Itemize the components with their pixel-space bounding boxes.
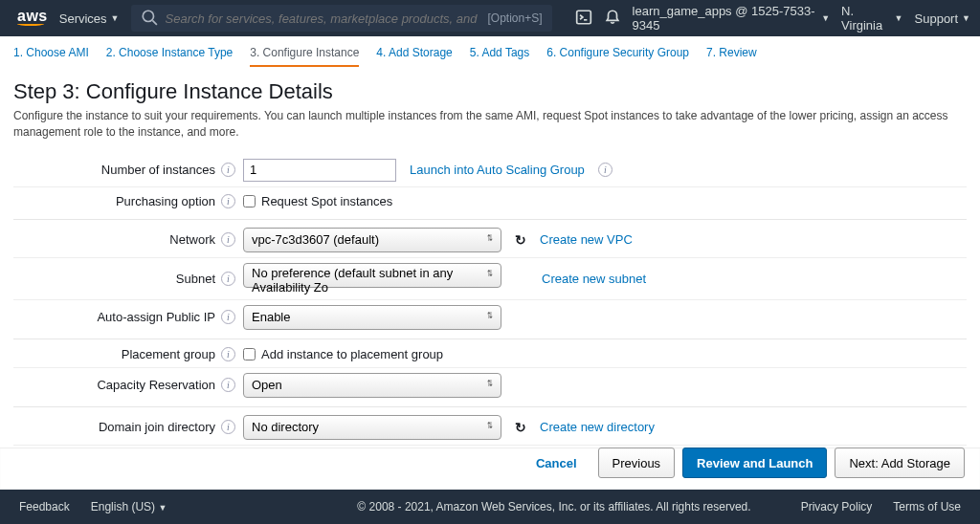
chevron-down-icon: ▼ — [158, 503, 167, 513]
chevron-down-icon: ▼ — [821, 13, 830, 23]
global-search[interactable]: [Option+S] — [131, 5, 552, 32]
autoip-label: Auto-assign Public IP — [97, 310, 215, 324]
aws-smile-icon — [17, 22, 44, 26]
previous-button[interactable]: Previous — [598, 448, 676, 478]
region-label: N. Virginia — [841, 4, 891, 33]
subnet-value: No preference (default subnet in any Ava… — [252, 266, 453, 295]
capres-select[interactable]: Open — [243, 373, 501, 398]
cloudshell-icon[interactable] — [575, 9, 592, 29]
search-icon — [141, 9, 158, 29]
info-icon[interactable]: i — [221, 272, 235, 286]
request-spot-label: Request Spot instances — [261, 194, 392, 208]
chevron-down-icon: ▼ — [962, 13, 970, 23]
info-icon[interactable]: i — [221, 378, 235, 392]
wizard-steps: 1. Choose AMI 2. Choose Instance Type 3.… — [0, 36, 980, 68]
info-icon[interactable]: i — [221, 310, 235, 324]
chevron-down-icon: ▼ — [895, 13, 903, 23]
launch-asg-link[interactable]: Launch into Auto Scaling Group — [410, 163, 585, 177]
global-footer: Feedback English (US) ▼ © 2008 - 2021, A… — [0, 490, 980, 524]
domain-value: No directory — [252, 420, 319, 434]
info-icon[interactable]: i — [221, 194, 235, 208]
support-menu[interactable]: Support ▼ — [915, 11, 970, 26]
region-menu[interactable]: N. Virginia ▼ — [841, 4, 902, 33]
page-description: Configure the instance to suit your requ… — [13, 108, 967, 141]
wizard-actions: Cancel Previous Review and Launch Next: … — [523, 448, 965, 478]
wizard-step-3[interactable]: 3. Configure Instance — [250, 46, 359, 67]
page-title: Step 3: Configure Instance Details — [13, 79, 967, 104]
copyright: © 2008 - 2021, Amazon Web Services, Inc.… — [357, 500, 750, 513]
create-subnet-link[interactable]: Create new subnet — [542, 272, 646, 286]
network-value: vpc-7c3d3607 (default) — [252, 232, 379, 247]
language-label: English (US) — [91, 500, 155, 513]
capres-label: Capacity Reservation — [97, 378, 215, 392]
wizard-step-7[interactable]: 7. Review — [706, 46, 757, 67]
create-vpc-link[interactable]: Create new VPC — [540, 232, 633, 247]
info-icon[interactable]: i — [221, 347, 235, 361]
services-menu[interactable]: Services ▼ — [59, 11, 120, 26]
info-icon[interactable]: i — [221, 232, 235, 247]
notifications-icon[interactable] — [604, 9, 621, 29]
review-launch-button[interactable]: Review and Launch — [682, 448, 827, 478]
wizard-step-1[interactable]: 1. Choose AMI — [13, 46, 89, 67]
domain-label: Domain join directory — [99, 420, 215, 434]
services-label: Services — [59, 11, 107, 26]
account-label: learn_game_apps @ 1525-7533-9345 — [633, 4, 818, 33]
network-select[interactable]: vpc-7c3d3607 (default) — [243, 228, 501, 252]
language-menu[interactable]: English (US) ▼ — [91, 500, 167, 513]
num-instances-input[interactable] — [243, 159, 396, 182]
svg-point-0 — [143, 11, 153, 21]
wizard-step-4[interactable]: 4. Add Storage — [376, 46, 452, 67]
info-icon[interactable]: i — [598, 163, 612, 177]
network-label: Network — [169, 232, 215, 247]
search-shortcut: [Option+S] — [487, 11, 542, 25]
request-spot-checkbox[interactable] — [243, 195, 256, 207]
next-button[interactable]: Next: Add Storage — [835, 448, 965, 478]
global-nav: aws Services ▼ [Option+S] learn_game_app… — [0, 0, 980, 36]
domain-select[interactable]: No directory — [243, 415, 501, 440]
refresh-icon[interactable]: ↻ — [515, 420, 526, 435]
svg-line-1 — [152, 20, 157, 25]
purchasing-label: Purchasing option — [116, 194, 215, 208]
privacy-link[interactable]: Privacy Policy — [801, 500, 873, 513]
page-body: Step 3: Configure Instance Details Confi… — [0, 68, 980, 513]
placement-checkbox[interactable] — [243, 348, 256, 360]
info-icon[interactable]: i — [221, 420, 235, 434]
info-icon[interactable]: i — [221, 163, 235, 177]
wizard-step-2[interactable]: 2. Choose Instance Type — [106, 46, 234, 67]
subnet-select[interactable]: No preference (default subnet in any Ava… — [243, 263, 501, 288]
chevron-down-icon: ▼ — [111, 13, 120, 23]
wizard-step-5[interactable]: 5. Add Tags — [470, 46, 530, 67]
feedback-link[interactable]: Feedback — [19, 500, 70, 513]
account-menu[interactable]: learn_game_apps @ 1525-7533-9345 ▼ — [633, 4, 831, 33]
autoip-select[interactable]: Enable — [243, 305, 501, 330]
aws-logo-text: aws — [17, 11, 48, 21]
wizard-step-6[interactable]: 6. Configure Security Group — [546, 46, 689, 67]
cancel-button[interactable]: Cancel — [523, 448, 590, 478]
placement-label: Placement group — [122, 347, 215, 361]
capres-value: Open — [252, 378, 282, 392]
create-directory-link[interactable]: Create new directory — [540, 420, 655, 434]
placement-cb-label: Add instance to placement group — [261, 347, 443, 361]
refresh-icon[interactable]: ↻ — [515, 232, 526, 248]
num-instances-label: Number of instances — [101, 163, 215, 177]
terms-link[interactable]: Terms of Use — [893, 500, 961, 513]
support-label: Support — [915, 11, 959, 26]
subnet-label: Subnet — [176, 272, 215, 286]
search-input[interactable] — [166, 11, 480, 26]
autoip-value: Enable — [252, 310, 290, 324]
aws-logo[interactable]: aws — [17, 11, 48, 25]
